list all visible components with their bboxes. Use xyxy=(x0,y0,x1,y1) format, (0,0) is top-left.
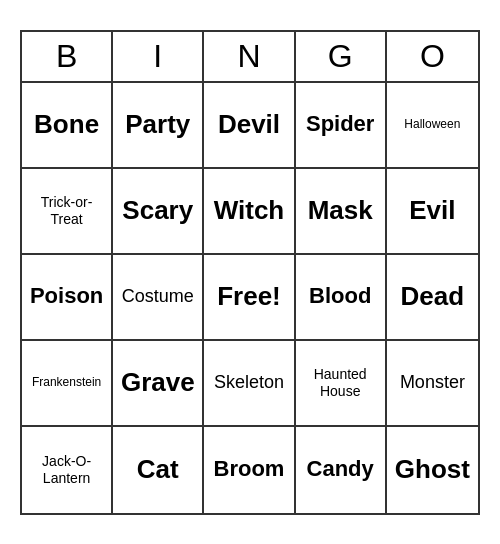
bingo-cell: Broom xyxy=(204,427,295,513)
bingo-cell: Trick-or-Treat xyxy=(22,169,113,255)
bingo-cell: Haunted House xyxy=(296,341,387,427)
bingo-cell: Blood xyxy=(296,255,387,341)
bingo-cell: Scary xyxy=(113,169,204,255)
bingo-cell: Cat xyxy=(113,427,204,513)
bingo-card: BINGO BonePartyDevilSpiderHalloweenTrick… xyxy=(20,30,480,515)
bingo-cell: Bone xyxy=(22,83,113,169)
header-letter: I xyxy=(113,32,204,81)
bingo-cell: Mask xyxy=(296,169,387,255)
bingo-cell: Skeleton xyxy=(204,341,295,427)
bingo-cell: Ghost xyxy=(387,427,478,513)
bingo-cell: Evil xyxy=(387,169,478,255)
bingo-cell: Halloween xyxy=(387,83,478,169)
bingo-cell: Dead xyxy=(387,255,478,341)
bingo-cell: Free! xyxy=(204,255,295,341)
bingo-cell: Costume xyxy=(113,255,204,341)
header-letter: N xyxy=(204,32,295,81)
bingo-cell: Devil xyxy=(204,83,295,169)
bingo-cell: Grave xyxy=(113,341,204,427)
bingo-cell: Party xyxy=(113,83,204,169)
bingo-cell: Poison xyxy=(22,255,113,341)
bingo-cell: Candy xyxy=(296,427,387,513)
header-letter: G xyxy=(296,32,387,81)
bingo-header: BINGO xyxy=(22,32,478,83)
bingo-cell: Spider xyxy=(296,83,387,169)
bingo-cell: Jack-O-Lantern xyxy=(22,427,113,513)
bingo-cell: Witch xyxy=(204,169,295,255)
header-letter: B xyxy=(22,32,113,81)
bingo-cell: Frankenstein xyxy=(22,341,113,427)
header-letter: O xyxy=(387,32,478,81)
bingo-cell: Monster xyxy=(387,341,478,427)
bingo-grid: BonePartyDevilSpiderHalloweenTrick-or-Tr… xyxy=(22,83,478,513)
